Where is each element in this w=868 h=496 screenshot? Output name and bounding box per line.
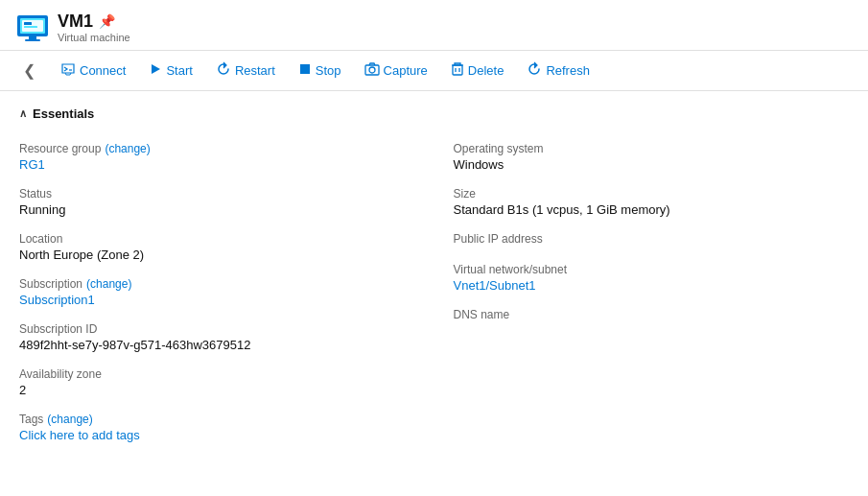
subscription-field: Subscription (change) Subscription1 xyxy=(19,272,396,317)
resource-group-field: Resource group (change) RG1 xyxy=(19,136,396,181)
svg-rect-3 xyxy=(25,39,40,41)
essentials-chevron[interactable]: ∧ xyxy=(19,107,27,120)
capture-icon xyxy=(364,61,380,80)
location-value: North Europe (Zone 2) xyxy=(19,248,396,262)
public-ip-label: Public IP address xyxy=(454,232,850,246)
restart-label: Restart xyxy=(235,63,275,78)
size-label: Size xyxy=(454,187,850,201)
location-label: Location xyxy=(19,232,396,246)
subscription-value[interactable]: Subscription1 xyxy=(19,293,396,307)
public-ip-field: Public IP address xyxy=(454,226,850,257)
svg-point-11 xyxy=(369,67,375,73)
resource-group-change[interactable]: (change) xyxy=(105,142,150,155)
size-value: Standard B1s (1 vcpus, 1 GiB memory) xyxy=(454,202,850,217)
availability-zone-value: 2 xyxy=(19,383,396,397)
subscription-id-field: Subscription ID 489f2hht-se7y-987v-g571-… xyxy=(19,317,396,362)
vnet-field: Virtual network/subnet Vnet1/Subnet1 xyxy=(454,257,850,302)
pin-icon[interactable]: 📌 xyxy=(99,13,115,29)
svg-rect-2 xyxy=(29,36,36,39)
vm-subtitle: Virtual machine xyxy=(58,32,130,43)
status-value: Running xyxy=(19,202,396,217)
connect-button[interactable]: Connect xyxy=(51,57,135,84)
subscription-label-row: Subscription (change) xyxy=(19,277,396,293)
vnet-label: Virtual network/subnet xyxy=(454,263,850,276)
location-field: Location North Europe (Zone 2) xyxy=(19,226,396,272)
toolbar: ❮ Connect Start Restart xyxy=(0,51,868,91)
capture-button[interactable]: Capture xyxy=(355,57,437,84)
dns-label: DNS name xyxy=(454,308,850,321)
tags-field: Tags (change) Click here to add tags xyxy=(19,407,396,452)
essentials-left-col: Resource group (change) RG1 Status Runni… xyxy=(19,136,434,452)
vnet-value[interactable]: Vnet1/Subnet1 xyxy=(454,278,850,293)
os-value: Windows xyxy=(454,157,850,172)
vm-title-block: VM1 📌 Virtual machine xyxy=(58,12,130,43)
subscription-label: Subscription xyxy=(19,277,82,291)
os-label: Operating system xyxy=(454,142,850,155)
availability-zone-label: Availability zone xyxy=(19,367,396,381)
capture-label: Capture xyxy=(384,63,428,78)
tags-label-row: Tags (change) xyxy=(19,413,396,428)
svg-rect-9 xyxy=(300,64,310,74)
delete-button[interactable]: Delete xyxy=(441,57,514,84)
start-button[interactable]: Start xyxy=(139,58,201,83)
essentials-grid: Resource group (change) RG1 Status Runni… xyxy=(19,136,849,452)
resource-group-label-row: Resource group (change) xyxy=(19,142,396,157)
start-label: Start xyxy=(166,63,192,78)
resource-group-label: Resource group xyxy=(19,142,101,155)
dns-field: DNS name xyxy=(454,302,850,333)
svg-rect-6 xyxy=(24,26,37,28)
stop-button[interactable]: Stop xyxy=(289,58,351,83)
vm-icon xyxy=(15,10,50,44)
delete-label: Delete xyxy=(468,63,504,78)
refresh-icon xyxy=(527,61,542,80)
resource-group-value[interactable]: RG1 xyxy=(19,157,396,172)
top-bar: VM1 📌 Virtual machine xyxy=(0,0,868,51)
essentials-right-col: Operating system Windows Size Standard B… xyxy=(434,136,850,452)
vm-name-text: VM1 xyxy=(58,12,93,32)
sidebar-toggle-button[interactable]: ❮ xyxy=(15,58,43,83)
subscription-id-value: 489f2hht-se7y-987v-g571-463hw3679512 xyxy=(19,338,396,352)
status-field: Status Running xyxy=(19,181,396,226)
os-field: Operating system Windows xyxy=(454,136,850,181)
svg-rect-12 xyxy=(453,65,462,75)
stop-icon xyxy=(298,62,312,79)
refresh-button[interactable]: Refresh xyxy=(517,57,599,84)
subscription-id-label: Subscription ID xyxy=(19,322,396,336)
stop-label: Stop xyxy=(316,63,341,78)
essentials-title: Essentials xyxy=(33,106,94,121)
essentials-section-header: ∧ Essentials xyxy=(19,106,849,121)
tags-change[interactable]: (change) xyxy=(47,413,92,426)
connect-label: Connect xyxy=(80,63,126,78)
subscription-change[interactable]: (change) xyxy=(86,277,131,291)
restart-button[interactable]: Restart xyxy=(206,57,285,84)
size-field: Size Standard B1s (1 vcpus, 1 GiB memory… xyxy=(454,181,850,226)
svg-marker-8 xyxy=(152,64,160,74)
availability-zone-field: Availability zone 2 xyxy=(19,362,396,407)
restart-icon xyxy=(216,61,231,80)
delete-icon xyxy=(451,61,464,80)
status-label: Status xyxy=(19,187,396,201)
connect-icon xyxy=(60,61,76,80)
tags-label: Tags xyxy=(19,413,43,426)
refresh-label: Refresh xyxy=(546,63,590,78)
start-icon xyxy=(149,62,162,79)
vm-name-row: VM1 📌 xyxy=(58,12,130,32)
main-content: ∧ Essentials Resource group (change) RG1… xyxy=(0,91,868,467)
svg-rect-5 xyxy=(24,22,32,25)
tags-value[interactable]: Click here to add tags xyxy=(19,428,396,442)
